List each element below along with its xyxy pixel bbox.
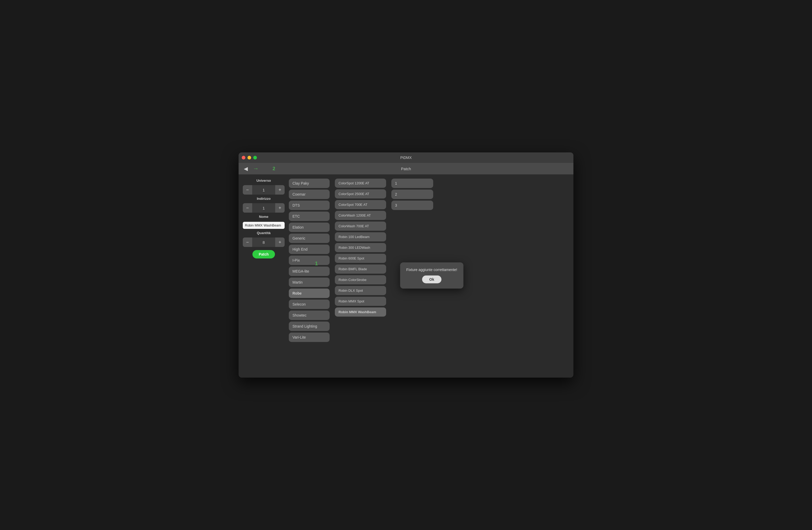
model-item[interactable]: Robin 100 LedBeam <box>335 232 386 241</box>
quantita-label: Quantità <box>243 231 285 235</box>
manufacturer-item[interactable]: Showtec <box>289 310 330 320</box>
quantita-decrement[interactable]: − <box>243 237 252 247</box>
manufacturer-item[interactable]: I-Pix <box>289 255 330 265</box>
manufacturer-item[interactable]: Coemar <box>289 190 330 199</box>
manufacturer-item[interactable]: High End <box>289 245 330 254</box>
manufacturer-item[interactable]: Robe <box>289 289 330 298</box>
model-item[interactable]: Robin MMX WashBeam <box>335 307 386 317</box>
titlebar: PiDMX <box>238 152 574 163</box>
indirizzo-label: Indirizzo <box>243 197 285 200</box>
back-button[interactable]: ◀ <box>242 165 250 173</box>
close-button[interactable] <box>242 156 245 159</box>
model-item[interactable]: Robin 300 LEDWash <box>335 243 386 252</box>
step1-annotation: 1 <box>315 261 318 267</box>
dialog-ok-button[interactable]: Ok <box>422 276 441 283</box>
app-title: PiDMX <box>400 155 412 160</box>
main-window: PiDMX ◀ → 2 Patch Universo − 1 + Indiriz… <box>238 152 574 378</box>
forward-arrow-icon: → <box>253 165 259 172</box>
model-item[interactable]: Robin MMX Spot <box>335 297 386 306</box>
model-item[interactable]: Robin ColorStrobe <box>335 275 386 284</box>
maximize-button[interactable] <box>253 156 257 159</box>
manufacturer-item[interactable]: Strand Lighting <box>289 322 330 331</box>
universo-decrement[interactable]: − <box>243 185 252 195</box>
model-item[interactable]: Robin 600E Spot <box>335 254 386 263</box>
left-panel: Universo − 1 + Indirizzo − 1 + Nome Quan… <box>243 179 285 342</box>
minimize-button[interactable] <box>247 156 251 159</box>
manufacturer-list: Clay PakyCoemarDTSETCElationGenericHigh … <box>289 179 331 342</box>
step2-annotation: 2 <box>273 166 275 171</box>
indirizzo-value: 1 <box>252 206 275 210</box>
model-item[interactable]: ColorSpot 1200E AT <box>335 179 386 188</box>
universo-increment[interactable]: + <box>275 185 285 195</box>
manufacturer-item[interactable]: Clay Paky <box>289 179 330 188</box>
model-list: ColorSpot 1200E ATColorSpot 2500E ATColo… <box>335 179 387 342</box>
success-dialog: Fixture aggiunte correttamente! Ok <box>400 262 464 289</box>
model-item[interactable]: ColorSpot 2500E AT <box>335 189 386 198</box>
manufacturer-item[interactable]: MEGA-lite <box>289 267 330 276</box>
manufacturer-item[interactable]: ETC <box>289 212 330 221</box>
traffic-lights <box>242 156 257 159</box>
manufacturer-item[interactable]: Martin <box>289 278 330 287</box>
universo-value: 1 <box>252 188 275 192</box>
model-item[interactable]: ColorSpot 700E AT <box>335 200 386 209</box>
toolbar-title: Patch <box>401 167 411 171</box>
model-item[interactable]: Robin BMFL Blade <box>335 264 386 274</box>
mode-item[interactable]: 3 <box>391 200 433 210</box>
model-item[interactable]: Robin DLX Spot <box>335 286 386 295</box>
indirizzo-decrement[interactable]: − <box>243 203 252 213</box>
manufacturer-item[interactable]: Vari-Lite <box>289 333 330 342</box>
manufacturer-item[interactable]: Elation <box>289 223 330 232</box>
quantita-increment[interactable]: + <box>275 237 285 247</box>
mode-item[interactable]: 2 <box>391 190 433 199</box>
mode-list: 123 <box>391 179 433 342</box>
indirizzo-stepper: − 1 + <box>243 203 285 213</box>
patch-button[interactable]: Patch <box>252 250 275 259</box>
nome-input[interactable] <box>243 222 285 229</box>
indirizzo-increment[interactable]: + <box>275 203 285 213</box>
manufacturer-item[interactable]: DTS <box>289 200 330 210</box>
toolbar: ◀ → 2 Patch <box>238 163 574 175</box>
quantita-stepper: − 8 + <box>243 237 285 247</box>
quantita-value: 8 <box>252 240 275 245</box>
manufacturer-item[interactable]: Selecon <box>289 299 330 309</box>
content-area: Universo − 1 + Indirizzo − 1 + Nome Quan… <box>238 175 574 346</box>
model-item[interactable]: ColorWash 700E AT <box>335 222 386 231</box>
model-item[interactable]: ColorWash 1200E AT <box>335 211 386 220</box>
universo-label: Universo <box>243 179 285 182</box>
mode-item[interactable]: 1 <box>391 179 433 188</box>
dialog-message: Fixture aggiunte correttamente! <box>406 268 457 272</box>
manufacturer-item[interactable]: Generic <box>289 234 330 243</box>
nome-label: Nome <box>243 215 285 219</box>
universo-stepper: − 1 + <box>243 185 285 195</box>
